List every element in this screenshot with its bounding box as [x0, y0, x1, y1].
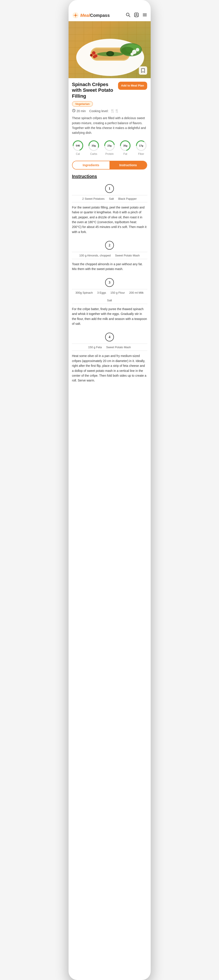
- nutrition-value: 23g: [108, 144, 112, 147]
- nutrition-circle: 23g: [103, 140, 116, 151]
- nav-bar: MealCompass: [68, 10, 151, 21]
- step-ingredients: 100 g Almonds, choppedSweet Potato Mash: [72, 252, 147, 259]
- nutrition-label: Carbs: [90, 153, 97, 156]
- svg-point-45: [130, 52, 133, 56]
- step-ingredients: 150 g FetaSweet Potato Mash: [72, 344, 147, 351]
- recipe-description: These spinach crêpes are filled with a d…: [72, 116, 147, 135]
- step-3: 3300g Spinach3 Eggs150 g Flour200 ml Mil…: [72, 278, 147, 326]
- step-number: 1: [105, 184, 114, 193]
- nutrition-item-protein: 23g Protein: [103, 140, 116, 156]
- steps-container: 12 Sweet PotatoesSaltBlack PappperFor th…: [72, 184, 147, 383]
- step-number: 4: [105, 332, 114, 341]
- nutrition-circle: 17g: [135, 140, 147, 151]
- step-description: For the sweet potato filling, peel the s…: [72, 205, 147, 234]
- ingredient-item: 200 ml Milk: [129, 291, 144, 294]
- step-description: Toast the chopped almonds in a pan witho…: [72, 262, 147, 272]
- step-2: 2100 g Almonds, choppedSweet Potato Mash…: [72, 241, 147, 272]
- svg-rect-2: [146, 4, 146, 5]
- nutrition-value: 35g: [123, 144, 127, 147]
- phone-container: 9:41 ▐▐▐: [68, 0, 151, 980]
- battery-icon: [141, 3, 146, 6]
- nutrition-item-fat: 35g Fat: [119, 140, 131, 156]
- nav-icons: [126, 13, 147, 18]
- food-illustration: [68, 21, 151, 78]
- svg-rect-1: [142, 4, 144, 5]
- tab-instructions[interactable]: Instructions: [110, 161, 147, 169]
- ingredient-item: Salt: [107, 299, 112, 302]
- svg-point-44: [136, 48, 139, 51]
- svg-point-36: [92, 51, 95, 55]
- menu-icon[interactable]: [142, 13, 147, 18]
- nutrition-item-cal: 546 Cal: [72, 140, 84, 156]
- ingredient-item: 3 Eggs: [97, 291, 106, 294]
- tabs: Ingredients Instructions: [72, 161, 147, 170]
- wifi-icon: [136, 3, 140, 6]
- nutrition-label: Cal: [76, 153, 80, 156]
- bookmark-button[interactable]: [139, 66, 147, 75]
- svg-line-7: [129, 16, 130, 17]
- instructions-section: Instructions 12 Sweet PotatoesSaltBlack …: [68, 174, 151, 396]
- ingredient-item: Salt: [109, 197, 114, 200]
- nutrition-label: Protein: [105, 153, 114, 156]
- title-row: Spinach Crêpes with Sweet Potato Filling…: [72, 82, 147, 99]
- nutrition-circle: 33g: [88, 140, 100, 151]
- tab-ingredients[interactable]: Ingredients: [73, 161, 110, 169]
- step-description: Heat some olive oil in a pan and fry med…: [72, 353, 147, 383]
- instructions-heading: Instructions: [72, 174, 147, 179]
- svg-point-9: [136, 14, 137, 15]
- ingredient-item: 300g Spinach: [75, 291, 93, 294]
- step-number: 2: [105, 241, 114, 250]
- signal-icon: ▐▐▐: [130, 3, 135, 6]
- ingredient-item: Sweet Potato Mash: [106, 345, 131, 349]
- fork-icon: 🍴🍴: [110, 109, 119, 113]
- status-bar: 9:41 ▐▐▐: [68, 0, 151, 7]
- recipe-content: Spinach Crêpes with Sweet Potato Filling…: [68, 78, 151, 170]
- vegetarian-tag: Vegetarian: [72, 101, 93, 107]
- meta-row: 20 min Cooking level: 🍴🍴: [72, 109, 147, 113]
- ingredient-item: Black Pappper: [118, 197, 137, 200]
- nutrition-value: 33g: [92, 144, 96, 147]
- step-1: 12 Sweet PotatoesSaltBlack PappperFor th…: [72, 184, 147, 234]
- step-ingredients: 300g Spinach3 Eggs150 g Flour200 ml Milk…: [72, 289, 147, 304]
- svg-point-39: [93, 55, 96, 58]
- nutrition-value: 17g: [139, 144, 143, 147]
- ingredient-item: 100 g Almonds, chopped: [79, 254, 111, 257]
- step-description: For the crêpe batter, finely puree the t…: [72, 307, 147, 326]
- nutrition-label: Fat: [124, 153, 127, 156]
- svg-point-47: [108, 52, 112, 56]
- cooking-level-meta: Cooking level: 🍴🍴: [89, 109, 119, 113]
- add-to-meal-plan-button[interactable]: Add to Meal Plan: [118, 82, 147, 90]
- nutrition-row: 546 Cal 33g Carbs 23g Protein 35g: [72, 139, 147, 156]
- step-number: 3: [105, 278, 114, 287]
- nutrition-circle: 546: [72, 140, 84, 151]
- user-icon[interactable]: [134, 13, 139, 18]
- time-meta: 20 min: [72, 109, 86, 113]
- step-ingredients: 2 Sweet PotatoesSaltBlack Pappper: [72, 195, 147, 202]
- status-time: 9:41: [73, 3, 79, 7]
- nutrition-circle: 35g: [119, 140, 131, 151]
- svg-point-5: [75, 15, 76, 16]
- search-icon[interactable]: [126, 13, 130, 18]
- logo: MealCompass: [72, 12, 110, 19]
- ingredient-item: 2 Sweet Potatoes: [83, 197, 105, 200]
- logo-text: MealCompass: [80, 13, 110, 18]
- cooking-level-label: Cooking level:: [89, 109, 109, 113]
- logo-icon: [72, 12, 79, 19]
- step-4: 4150 g FetaSweet Potato MashHeat some ol…: [72, 332, 147, 383]
- hero-image: [68, 21, 151, 78]
- nutrition-label: Fiber: [138, 153, 144, 156]
- ingredient-item: 150 g Flour: [110, 291, 125, 294]
- status-icons: ▐▐▐: [130, 3, 146, 6]
- ingredient-item: 150 g Feta: [88, 345, 102, 349]
- svg-point-38: [90, 54, 93, 57]
- logo-meal: Meal: [80, 13, 90, 18]
- clock-icon: [72, 109, 76, 113]
- ingredient-item: Sweet Potato Mash: [115, 254, 140, 257]
- nutrition-item-fiber: 17g Fiber: [135, 140, 147, 156]
- nutrition-item-carbs: 33g Carbs: [88, 140, 100, 156]
- recipe-title: Spinach Crêpes with Sweet Potato Filling: [72, 82, 116, 99]
- logo-compass: Compass: [90, 13, 110, 18]
- time-value: 20 min: [77, 109, 86, 113]
- nutrition-value: 546: [76, 144, 80, 147]
